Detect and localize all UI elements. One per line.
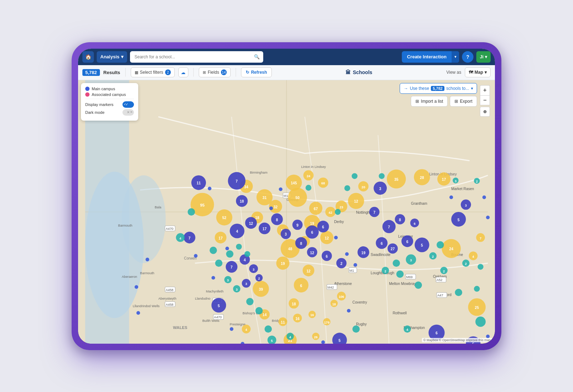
zoom-out-button[interactable]: −	[480, 95, 490, 105]
refresh-button[interactable]: ↻ Refresh	[241, 67, 272, 77]
export-label: Export	[460, 99, 472, 104]
fields-icon: ⊞	[203, 70, 206, 75]
map-label: Map	[475, 70, 483, 75]
svg-text:7: 7	[373, 210, 375, 214]
svg-text:A470: A470	[166, 227, 173, 231]
svg-point-253	[396, 270, 404, 277]
cloud-icon: ☁	[181, 70, 186, 75]
svg-text:Aberystwyth: Aberystwyth	[158, 297, 176, 300]
schools-to-label: schools to...	[446, 86, 469, 91]
svg-point-224	[188, 208, 195, 215]
svg-text:3: 3	[252, 267, 254, 271]
map-view-button[interactable]: 🗺 Map ▾	[465, 67, 491, 77]
svg-text:Swadlincote: Swadlincote	[371, 252, 390, 256]
svg-text:42: 42	[329, 211, 332, 214]
svg-text:A470: A470	[214, 315, 222, 319]
svg-point-292	[486, 216, 490, 219]
svg-text:6: 6	[300, 284, 302, 287]
divider	[125, 68, 126, 77]
svg-text:Bala: Bala	[155, 205, 162, 209]
zoom-controls: + − ⊕	[480, 85, 490, 117]
create-interaction-button[interactable]: Create Interaction ▾	[402, 51, 459, 63]
svg-text:5: 5	[338, 338, 341, 342]
user-dropdown-icon: ▾	[485, 54, 487, 59]
svg-text:4: 4	[289, 335, 292, 339]
svg-text:7: 7	[236, 179, 238, 183]
svg-point-298	[136, 311, 140, 315]
svg-text:9: 9	[297, 223, 299, 227]
import-list-button[interactable]: ⊞ Import a list	[411, 96, 448, 107]
svg-text:4: 4	[406, 328, 409, 331]
zoom-in-button[interactable]: +	[480, 85, 490, 95]
svg-text:2: 2	[340, 262, 342, 266]
export-button[interactable]: ⊞ Export	[450, 96, 477, 107]
svg-text:Barmouth: Barmouth	[118, 223, 133, 227]
display-markers-toggle[interactable]: ✓	[122, 101, 134, 108]
svg-text:12: 12	[310, 251, 314, 255]
use-these-button[interactable]: → Use these 5,782 schools to... ▾	[400, 83, 477, 94]
svg-text:5: 5	[271, 339, 273, 342]
svg-text:20: 20	[362, 185, 365, 189]
tablet-device: 🏠 Analysis ▾ 🔍 Create Interaction ▾ ?	[72, 42, 501, 350]
select-filters-button[interactable]: ▦ Select filters 2	[131, 67, 175, 77]
svg-text:26: 26	[314, 335, 318, 339]
svg-text:6: 6	[311, 231, 313, 234]
svg-text:Aberaeron: Aberaeron	[122, 275, 137, 279]
svg-text:A47: A47	[437, 294, 443, 297]
home-button[interactable]: 🏠	[82, 51, 94, 63]
compass-button[interactable]: ⊕	[480, 107, 490, 117]
svg-text:18: 18	[292, 302, 296, 306]
svg-text:2: 2	[258, 277, 260, 280]
map-dropdown-icon: ▾	[485, 70, 487, 75]
svg-text:39: 39	[259, 287, 263, 291]
svg-text:7: 7	[188, 236, 191, 240]
svg-point-282	[211, 276, 215, 279]
svg-text:17: 17	[218, 236, 223, 240]
svg-text:32: 32	[274, 205, 278, 209]
svg-text:3: 3	[410, 258, 412, 262]
analysis-button[interactable]: Analysis ▾	[97, 51, 127, 63]
svg-point-237	[255, 307, 263, 314]
svg-text:67: 67	[314, 207, 318, 210]
svg-point-293	[482, 195, 486, 199]
tablet-screen-border: 🏠 Analysis ▾ 🔍 Create Interaction ▾ ?	[78, 49, 495, 344]
schools-icon: 🏛	[346, 69, 351, 75]
cloud-button[interactable]: ☁	[178, 67, 188, 77]
fields-button[interactable]: ⊞ Fields 14	[199, 67, 231, 77]
svg-text:Machynlleth: Machynlleth	[206, 289, 223, 293]
svg-text:16: 16	[295, 316, 300, 320]
svg-text:A458: A458	[166, 288, 173, 291]
svg-text:17: 17	[442, 178, 446, 182]
help-button[interactable]: ?	[462, 51, 473, 63]
search-input[interactable]	[130, 51, 263, 63]
svg-text:179: 179	[324, 320, 329, 324]
svg-point-246	[352, 325, 360, 332]
dark-mode-toggle[interactable]: ✕	[122, 109, 134, 116]
svg-text:12: 12	[307, 269, 311, 273]
svg-point-228	[215, 259, 222, 266]
svg-point-285	[279, 187, 283, 191]
svg-point-286	[334, 236, 338, 239]
svg-text:Derby: Derby	[334, 219, 344, 223]
svg-point-273	[352, 173, 357, 179]
map-action-buttons: → Use these 5,782 schools to... ▾ ⊞ Impo…	[400, 83, 477, 107]
svg-text:8: 8	[399, 218, 401, 222]
legend-main-campus: Main campus	[85, 87, 134, 91]
svg-text:6: 6	[435, 331, 438, 335]
svg-point-231	[244, 251, 250, 257]
import-label: Import a list	[421, 99, 443, 104]
svg-text:4: 4	[179, 236, 182, 240]
svg-text:11: 11	[281, 320, 285, 324]
svg-text:18: 18	[240, 199, 244, 203]
refresh-label: Refresh	[251, 70, 267, 75]
map-container[interactable]: Derby Nottingham Leicester Grantham Mark…	[78, 80, 495, 344]
svg-text:24: 24	[307, 174, 310, 178]
user-button[interactable]: Ji ▾	[476, 51, 491, 63]
svg-text:27: 27	[391, 247, 395, 251]
svg-text:18: 18	[255, 216, 260, 220]
svg-text:4: 4	[236, 229, 238, 233]
svg-text:19: 19	[310, 221, 314, 225]
refresh-icon: ↻	[246, 70, 249, 75]
svg-text:3: 3	[379, 187, 381, 190]
svg-point-283	[225, 247, 229, 250]
